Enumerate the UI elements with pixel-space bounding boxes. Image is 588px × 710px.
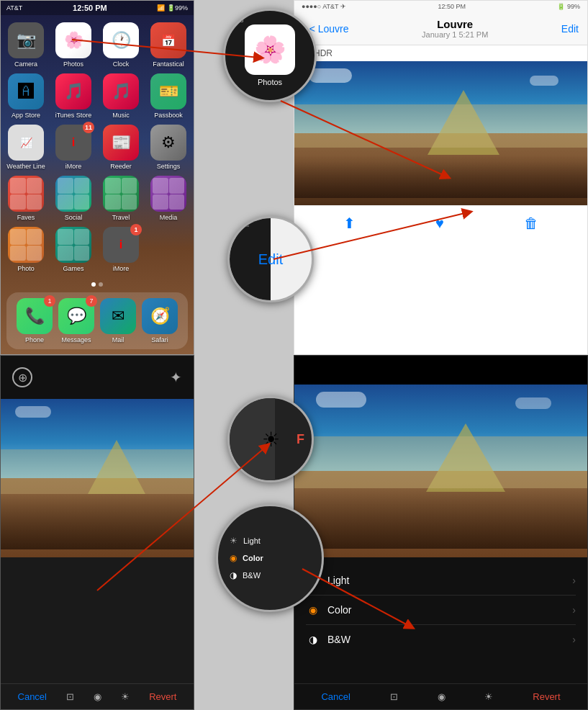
edit-toolbar: Cancel ⊡ ◉ ☀ Revert — [1, 683, 194, 709]
callout-color-row: ◉ Color — [230, 553, 310, 563]
br-cancel-button[interactable]: Cancel — [321, 691, 350, 702]
app-music[interactable]: 🎵 Music — [100, 73, 142, 119]
callout-color-icon: ◉ — [230, 553, 237, 563]
edit-view: ⊕ ✦ Cancel ⊡ ◉ ☀ Revert — [0, 355, 194, 710]
photo-subtitle-text: January 1 5:21 PM — [422, 30, 488, 39]
status-time: 12:50 PM — [73, 4, 107, 12]
callout-light-row: ☀ Light — [230, 536, 310, 546]
color-chevron-icon: › — [572, 604, 576, 616]
magic-wand-button[interactable]: ✦ — [170, 369, 182, 386]
br-adjust-button[interactable]: ☀ — [484, 691, 493, 702]
revert-button[interactable]: Revert — [149, 691, 176, 702]
crop-button[interactable]: ⊡ — [66, 691, 74, 702]
bw-icon: ◑ — [306, 634, 320, 645]
trash-button[interactable]: 🗑 — [524, 215, 538, 232]
br-louvre-photo — [294, 385, 587, 557]
page-dots — [1, 279, 194, 289]
bw-chevron-icon: › — [572, 634, 576, 645]
heart-button[interactable]: ♥ — [435, 215, 444, 232]
dock: 📞 1 Phone 💬 7 Messages ✉ Mail 🧭 Safari — [6, 292, 188, 349]
callout-edit-status: 3% ▬ — [235, 223, 249, 228]
imore-badge: 11 — [83, 122, 94, 133]
edit-top-bar: ⊕ ✦ — [1, 356, 194, 399]
app-imore[interactable]: i 11 iMore — [53, 125, 94, 170]
option-light[interactable]: ☀ Light › — [306, 566, 576, 596]
hdr-label: ▦ HDR — [294, 45, 587, 61]
option-color[interactable]: ◉ Color › — [306, 596, 576, 625]
color-icon: ◉ — [306, 604, 320, 616]
edit-button[interactable]: Edit — [561, 23, 579, 35]
phone-badge: 1 — [44, 295, 55, 307]
callout-status: 12:5 — [231, 17, 244, 24]
app-folder-social[interactable]: Social — [53, 176, 94, 221]
br-filter-button[interactable]: ◉ — [438, 691, 445, 702]
app-clock[interactable]: 🕐 Clock — [100, 22, 142, 68]
photos-status-battery: 🔋 99% — [557, 3, 580, 10]
dock-mail[interactable]: ✉ Mail — [100, 298, 136, 343]
photos-title: Louvre January 1 5:21 PM — [422, 18, 488, 39]
br-revert-button[interactable]: Revert — [533, 691, 560, 702]
louvre-photo — [294, 61, 587, 205]
color-label: Color — [327, 604, 351, 616]
callout-photos-icon: 🌸 — [245, 24, 295, 75]
callout-bw-label: B&W — [243, 571, 261, 580]
photos-status-carrier: ●●●●○ AT&T ✈ — [302, 3, 346, 10]
app-folder-photo[interactable]: Photo — [5, 227, 47, 272]
edit-options-list: ☀ Light › ◉ Color › ◑ B&W › — [294, 557, 587, 662]
callout-color-label: Color — [243, 554, 263, 562]
app-folder-travel[interactable]: Travel — [100, 176, 142, 221]
messages-badge: 7 — [86, 295, 97, 307]
callout-light-icon: ☀ — [230, 536, 238, 546]
cancel-button[interactable]: Cancel — [18, 691, 47, 702]
app-folder-games[interactable]: Games — [53, 227, 94, 272]
callout-photos: 12:5 🌸 Photos — [223, 9, 317, 102]
callout-edit: 3% ▬ Edit — [227, 216, 314, 302]
photo-title-text: Louvre — [422, 18, 488, 30]
option-bw[interactable]: ◑ B&W › — [306, 625, 576, 654]
dock-phone[interactable]: 📞 1 Phone — [17, 298, 53, 343]
filter-button[interactable]: ◉ — [94, 691, 101, 702]
photos-detail-view: ●●●●○ AT&T ✈ 12:50 PM 🔋 99% ‹ < Louvre L… — [294, 0, 588, 355]
adjust-button[interactable]: ☀ — [121, 691, 130, 702]
photos-actions-bar: ⬆ ♥ 🗑 — [294, 205, 587, 241]
br-toolbar: Cancel ⊡ ◉ ☀ Revert — [294, 683, 587, 709]
app-camera[interactable]: 📷 Camera — [5, 22, 47, 68]
app-folder-media[interactable]: Media — [148, 176, 189, 221]
app-passbook[interactable]: 🎫 Passbook — [148, 73, 189, 119]
app-reeder[interactable]: 📰 Reeder — [100, 125, 142, 170]
app-photos[interactable]: 🌸 Photos — [53, 22, 94, 68]
photos-status-time: 12:50 PM — [438, 3, 466, 10]
bw-label: B&W — [327, 634, 350, 645]
photos-status-bar: ●●●●○ AT&T ✈ 12:50 PM 🔋 99% — [294, 1, 587, 12]
edit-options-panel: ☀ Light › ◉ Color › ◑ B&W › Cancel ⊡ ◉ ☀… — [294, 355, 588, 710]
photos-header: ‹ < Louvre Louvre January 1 5:21 PM Edit — [294, 12, 587, 45]
callout-photos-label: Photos — [258, 78, 282, 86]
app-appstore[interactable]: 🅰 App Store — [5, 73, 47, 119]
app-folder-faves[interactable]: Faves — [5, 176, 47, 221]
callout-bw-icon: ◑ — [230, 570, 237, 580]
callout-bw-row: ◑ B&W — [230, 570, 310, 580]
light-label: Light — [327, 575, 349, 586]
dock-safari[interactable]: 🧭 Safari — [142, 298, 178, 343]
light-chevron-icon: › — [572, 575, 576, 586]
app-fantastical[interactable]: 📅 Fantastical — [148, 22, 189, 68]
app-imore2[interactable]: i 1 iMore — [100, 227, 142, 272]
callout-light-label: Light — [243, 536, 261, 545]
dock-messages[interactable]: 💬 7 Messages — [58, 298, 94, 343]
add-button[interactable]: ⊕ — [12, 367, 32, 387]
callout-edit-label: Edit — [258, 251, 283, 268]
brightness-letter: F — [297, 432, 304, 447]
app-weather[interactable]: 📈 Weather Line — [5, 125, 47, 170]
louvre-edit-photo — [1, 399, 194, 557]
app-itunes[interactable]: 🎵 iTunes Store — [53, 73, 94, 119]
app-settings[interactable]: ⚙ Settings — [148, 125, 189, 170]
share-button[interactable]: ⬆ — [343, 215, 356, 232]
br-crop-button[interactable]: ⊡ — [390, 691, 398, 702]
callout-options: ☀ Light ◉ Color ◑ B&W — [216, 504, 324, 612]
imore2-badge: 1 — [130, 224, 142, 235]
back-label: < Louvre — [309, 23, 349, 35]
app-grid: 📷 Camera 🌸 Photos 🕐 Clock 📅 Fantastical … — [1, 15, 194, 279]
callout-brightness: ☀ F — [227, 396, 314, 482]
iphone-status-bar: AT&T 12:50 PM 📶 🔋99% — [1, 1, 194, 15]
carrier-label: AT&T — [6, 4, 22, 12]
